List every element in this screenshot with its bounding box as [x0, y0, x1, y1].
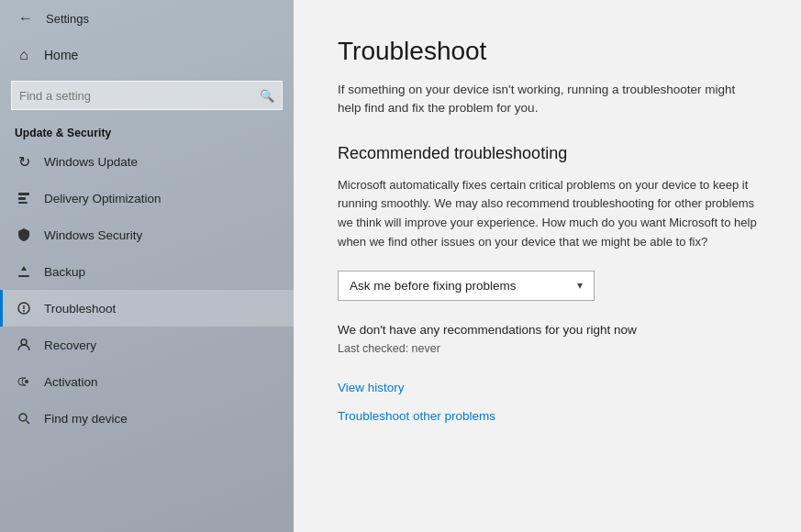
sidebar-item-windows-update[interactable]: ↻ Windows Update: [0, 143, 294, 180]
sidebar-titlebar: ← Settings: [0, 0, 294, 37]
nav-label: Windows Update: [44, 155, 138, 169]
svg-rect-2: [18, 202, 28, 204]
svg-rect-0: [18, 193, 29, 195]
page-description: If something on your device isn't workin…: [338, 81, 757, 118]
back-icon: ←: [18, 10, 33, 27]
sidebar-item-windows-security[interactable]: Windows Security: [0, 216, 294, 253]
svg-rect-3: [18, 275, 29, 277]
search-icon: 🔍: [260, 89, 274, 103]
recommended-heading: Recommended troubleshooting: [338, 144, 757, 163]
view-history-link[interactable]: View history: [338, 381, 757, 394]
activation-icon: [15, 372, 33, 391]
home-label: Home: [44, 48, 78, 62]
sidebar-item-delivery-optimization[interactable]: Delivery Optimization: [0, 180, 294, 216]
sidebar-item-find-my-device[interactable]: Find my device: [0, 400, 294, 437]
windows-security-icon: [15, 226, 33, 244]
home-icon: ⌂: [15, 46, 33, 64]
windows-update-icon: ↻: [15, 152, 33, 171]
backup-icon: [15, 262, 33, 281]
nav-label: Find my device: [44, 412, 128, 426]
home-nav-item[interactable]: ⌂ Home: [0, 37, 294, 73]
svg-rect-1: [18, 197, 26, 200]
nav-label: Windows Security: [44, 228, 142, 242]
section-label: Update & Security: [0, 117, 294, 143]
sidebar-item-activation[interactable]: Activation: [0, 363, 294, 400]
search-input[interactable]: [19, 89, 260, 103]
last-checked-label: Last checked: never: [338, 342, 757, 355]
nav-label: Troubleshoot: [44, 302, 116, 316]
nav-label: Delivery Optimization: [44, 192, 161, 205]
fix-preference-dropdown[interactable]: Ask me before fixing problems ▾: [338, 271, 595, 301]
find-my-device-icon: [15, 409, 33, 427]
nav-label: Backup: [44, 265, 85, 279]
svg-point-8: [25, 380, 28, 383]
sidebar: ← Settings ⌂ Home 🔍 Update & Security ↻ …: [0, 0, 294, 532]
back-button[interactable]: ←: [15, 7, 37, 29]
sidebar-item-recovery[interactable]: Recovery: [0, 327, 294, 363]
recovery-icon: [15, 336, 33, 354]
main-content: Troubleshoot If something on your device…: [294, 0, 801, 532]
svg-point-6: [23, 310, 25, 312]
sidebar-item-backup[interactable]: Backup: [0, 253, 294, 290]
delivery-optimization-icon: [15, 189, 33, 207]
recommendation-status: We don't have any recommendations for yo…: [338, 323, 757, 337]
recommended-body: Microsoft automatically fixes certain cr…: [338, 176, 757, 252]
svg-point-9: [19, 414, 27, 421]
svg-line-10: [27, 421, 30, 425]
chevron-down-icon: ▾: [577, 279, 583, 292]
dropdown-value: Ask me before fixing problems: [350, 279, 517, 293]
sidebar-item-troubleshoot[interactable]: Troubleshoot: [0, 290, 294, 327]
nav-label: Activation: [44, 375, 98, 389]
nav-label: Recovery: [44, 338, 96, 352]
svg-point-7: [21, 339, 27, 345]
search-box[interactable]: 🔍: [11, 81, 283, 110]
page-title: Troubleshoot: [338, 37, 757, 66]
troubleshoot-icon: [15, 299, 33, 317]
troubleshoot-other-link[interactable]: Troubleshoot other problems: [338, 409, 757, 423]
app-title: Settings: [46, 12, 89, 26]
